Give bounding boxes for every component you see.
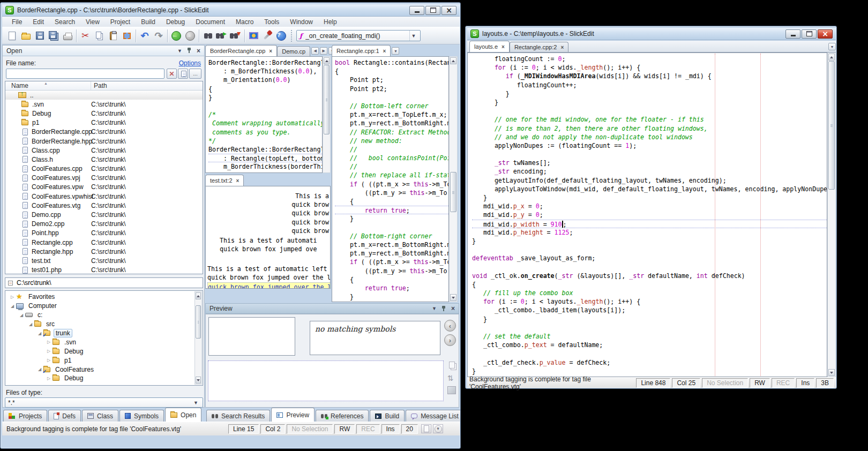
tree-item-c[interactable]: ◢c: xyxy=(5,311,203,320)
display-options-icon[interactable] xyxy=(246,29,260,43)
tab-references[interactable]: References xyxy=(316,410,369,422)
scrollbar-thumb[interactable] xyxy=(196,305,201,339)
file-list-item[interactable]: Rectangle.hppC:\src\trunk\ xyxy=(5,247,203,256)
file-list-item[interactable]: Class.hC:\src\trunk\ xyxy=(5,155,203,164)
scrollbar-thumb[interactable] xyxy=(450,172,457,212)
browse-button[interactable]: ... xyxy=(189,69,201,79)
title-bar[interactable]: layouts.e - C:\temp\layouts.e - SlickEdi… xyxy=(467,28,836,40)
copy-icon[interactable] xyxy=(92,29,106,43)
tree-item-coolfeatures[interactable]: ◢CoolFeatures xyxy=(5,365,203,374)
file-list-item[interactable]: CoolFeatures.vtgC:\src\trunk\ xyxy=(5,201,203,210)
tab-menu-icon[interactable]: ▼ xyxy=(392,47,399,55)
tab-menu-icon[interactable]: ▼ xyxy=(828,43,836,50)
file-name-input[interactable] xyxy=(6,69,164,79)
restore-button[interactable] xyxy=(425,6,440,15)
file-list-item[interactable]: .. xyxy=(5,91,203,100)
close-icon[interactable]: × xyxy=(197,48,200,54)
sort-symbols-icon[interactable] xyxy=(447,373,456,381)
editor-test-txt[interactable]: This is aquick browquick browquick browq… xyxy=(205,186,331,289)
expand-icon[interactable]: ▷ xyxy=(45,349,53,354)
file-list-item[interactable]: CoolFeatures.vpwC:\src\trunk\ xyxy=(5,183,203,192)
title-bar[interactable]: BorderRectangle.cpp - C:\src\trunk\Borde… xyxy=(2,4,460,17)
file-list-item[interactable]: DebugC:\src\trunk\ xyxy=(5,109,203,118)
editor2-scrollbar[interactable] xyxy=(449,56,458,302)
menu-project[interactable]: Project xyxy=(105,17,136,27)
editor-scrollbar[interactable] xyxy=(827,52,836,377)
close-icon[interactable]: × xyxy=(451,306,455,311)
file-list-item[interactable]: test01.phpC:\src\trunk\ xyxy=(5,266,203,274)
tab-projects[interactable]: Projects xyxy=(3,410,47,422)
symbol-combo[interactable]: ƒ _on_create_floating_mdi() ▼ xyxy=(296,30,421,41)
menu-file[interactable]: File xyxy=(6,17,27,27)
file-list-item[interactable]: CoolFeatures.cppC:\src\trunk\ xyxy=(5,164,203,174)
menu-document[interactable]: Document xyxy=(190,17,230,27)
tree-item-favorites[interactable]: ▷Favorites xyxy=(5,292,203,302)
collapse-icon[interactable]: ◢ xyxy=(27,322,34,327)
scroll-down-button[interactable] xyxy=(450,294,457,301)
chevron-down-icon[interactable]: ▼ xyxy=(409,31,417,41)
config-icon[interactable] xyxy=(260,29,274,43)
directory-combo[interactable]: C:\src\trunk\ xyxy=(5,277,203,288)
tab-borderrectangle-cpp[interactable]: BorderRectangle.cpp× xyxy=(205,45,277,56)
collapse-icon[interactable]: ◢ xyxy=(18,313,25,318)
buffer-icon[interactable] xyxy=(421,424,431,433)
chevron-down-icon[interactable]: ▼ xyxy=(432,306,437,311)
back-icon[interactable] xyxy=(169,29,183,43)
tab-demo-cp[interactable]: Demo.cp xyxy=(277,46,310,56)
file-list-item[interactable]: Point.hppC:\src\trunk\ xyxy=(5,229,203,238)
history-back-button[interactable]: ‹ xyxy=(444,320,456,332)
cut-icon[interactable] xyxy=(78,29,92,43)
tree-item-src[interactable]: ◢src xyxy=(5,320,203,329)
collapse-box-icon[interactable] xyxy=(8,281,13,285)
file-list-item[interactable]: CoolFeatures.vpwhistC:\src\trunk\ xyxy=(5,192,203,201)
tree-item-svn[interactable]: ▷.svn xyxy=(5,337,203,347)
symbol-cube-icon[interactable] xyxy=(447,386,456,394)
scroll-up-button[interactable] xyxy=(196,292,201,299)
menu-debug[interactable]: Debug xyxy=(161,17,190,27)
clear-button[interactable]: ✕ xyxy=(167,69,177,79)
tab-scroll-left[interactable]: ◀ xyxy=(311,47,319,55)
menu-search[interactable]: Search xyxy=(49,17,80,27)
editor-layouts[interactable]: floatingCount := 0; for (i := 0; i < wid… xyxy=(467,52,827,377)
minimize-button[interactable] xyxy=(785,29,800,39)
expand-icon[interactable]: ▷ xyxy=(9,295,16,299)
find-icon[interactable] xyxy=(201,29,215,43)
save-all-icon[interactable] xyxy=(47,29,61,43)
save-icon[interactable] xyxy=(33,29,47,43)
expand-icon[interactable]: ▷ xyxy=(45,340,53,344)
scroll-up-button[interactable] xyxy=(828,54,835,61)
tab-test-txt-2[interactable]: test.txt:2× xyxy=(205,175,244,186)
editor1-scrollbar[interactable] xyxy=(323,56,331,173)
editor-borderrectangle[interactable]: BorderRectangle::BorderRectangle : m_Bor… xyxy=(205,56,323,173)
close-button[interactable] xyxy=(818,29,833,39)
close-tab-icon[interactable]: × xyxy=(560,44,564,50)
file-list-item[interactable]: Rectangle.cppC:\src\trunk\ xyxy=(5,238,203,247)
help-icon[interactable] xyxy=(274,29,288,43)
open-folder-icon[interactable] xyxy=(19,29,33,43)
toolbar-grip[interactable] xyxy=(291,30,294,42)
tree-item-computer[interactable]: ◢Computer xyxy=(5,302,203,311)
scroll-down-button[interactable] xyxy=(828,369,835,376)
pin-icon[interactable] xyxy=(187,48,192,54)
tree-item-trunk[interactable]: ◢trunk xyxy=(5,329,203,338)
tab-symbols[interactable]: Symbols xyxy=(119,410,164,422)
file-list-item[interactable]: Demo.cppC:\src\trunk\ xyxy=(5,210,203,219)
menu-window[interactable]: Window xyxy=(285,17,318,27)
scrollbar-thumb[interactable] xyxy=(324,65,330,134)
close-tab-icon[interactable]: × xyxy=(502,44,505,50)
tab-preview[interactable]: Preview xyxy=(271,408,315,422)
pin-icon[interactable] xyxy=(442,306,446,312)
tab-search-results[interactable]: Search Results xyxy=(206,410,270,422)
scroll-down-button[interactable] xyxy=(196,377,201,384)
file-list-item[interactable]: BorderRectangle.hppC:\src\trunk\ xyxy=(5,137,203,146)
tree-item-p1[interactable]: ▷p1 xyxy=(5,356,203,365)
copy-symbol-icon[interactable] xyxy=(449,362,455,369)
symbol-list-box[interactable] xyxy=(208,360,444,401)
scrollbar-thumb[interactable] xyxy=(828,61,835,190)
files-of-type-combo[interactable]: *.* ▼ xyxy=(5,397,203,408)
column-path[interactable]: Path xyxy=(91,82,107,89)
collapse-icon[interactable]: ◢ xyxy=(9,304,16,309)
options-link[interactable]: Options xyxy=(179,59,201,67)
redo-icon[interactable] xyxy=(152,29,166,43)
print-icon[interactable] xyxy=(61,29,74,43)
